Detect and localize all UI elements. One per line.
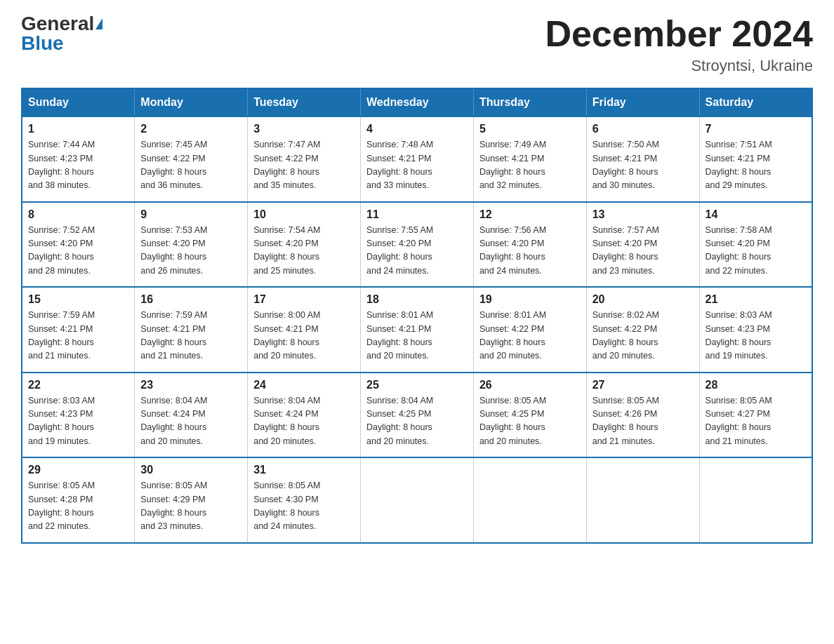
day-info: Sunrise: 8:05 AM Sunset: 4:30 PM Dayligh… xyxy=(253,479,355,534)
day-number: 25 xyxy=(366,379,468,391)
day-info: Sunrise: 7:59 AM Sunset: 4:21 PM Dayligh… xyxy=(28,309,128,363)
calendar-cell: 5 Sunrise: 7:49 AM Sunset: 4:21 PM Dayli… xyxy=(473,116,586,202)
day-number: 8 xyxy=(28,208,128,221)
day-number: 12 xyxy=(479,208,581,221)
header-thursday: Thursday xyxy=(473,88,586,116)
calendar-cell: 7 Sunrise: 7:51 AM Sunset: 4:21 PM Dayli… xyxy=(699,116,812,202)
day-number: 29 xyxy=(28,464,128,476)
day-info: Sunrise: 7:51 AM Sunset: 4:21 PM Dayligh… xyxy=(706,138,806,193)
day-number: 17 xyxy=(253,293,355,306)
day-number: 7 xyxy=(706,123,806,135)
logo-blue-text: Blue xyxy=(21,34,64,53)
week-row-4: 22 Sunrise: 8:03 AM Sunset: 4:23 PM Dayl… xyxy=(22,373,812,458)
day-info: Sunrise: 8:03 AM Sunset: 4:23 PM Dayligh… xyxy=(706,309,806,363)
calendar-cell: 25 Sunrise: 8:04 AM Sunset: 4:25 PM Dayl… xyxy=(361,373,474,458)
day-number: 11 xyxy=(366,208,468,221)
day-info: Sunrise: 8:05 AM Sunset: 4:27 PM Dayligh… xyxy=(706,394,806,449)
day-info: Sunrise: 8:05 AM Sunset: 4:28 PM Dayligh… xyxy=(28,479,128,534)
day-number: 21 xyxy=(706,293,806,306)
calendar-cell: 3 Sunrise: 7:47 AM Sunset: 4:22 PM Dayli… xyxy=(248,116,361,202)
day-number: 13 xyxy=(593,208,694,221)
logo-general-text: General xyxy=(21,14,94,34)
day-number: 20 xyxy=(593,293,694,306)
day-number: 31 xyxy=(253,464,355,476)
day-number: 23 xyxy=(140,379,241,391)
calendar-subtitle: Stroyntsi, Ukraine xyxy=(545,57,813,75)
calendar-cell: 10 Sunrise: 7:54 AM Sunset: 4:20 PM Dayl… xyxy=(248,202,361,288)
calendar-cell: 2 Sunrise: 7:45 AM Sunset: 4:22 PM Dayli… xyxy=(135,116,248,202)
day-info: Sunrise: 8:05 AM Sunset: 4:25 PM Dayligh… xyxy=(479,394,581,449)
day-info: Sunrise: 7:57 AM Sunset: 4:20 PM Dayligh… xyxy=(593,224,694,279)
day-number: 30 xyxy=(140,464,241,476)
logo: General Blue xyxy=(21,14,102,53)
day-info: Sunrise: 7:47 AM Sunset: 4:22 PM Dayligh… xyxy=(253,138,355,193)
header-monday: Monday xyxy=(135,88,248,116)
day-number: 4 xyxy=(366,123,468,135)
calendar-cell: 24 Sunrise: 8:04 AM Sunset: 4:24 PM Dayl… xyxy=(248,373,361,458)
day-info: Sunrise: 7:53 AM Sunset: 4:20 PM Dayligh… xyxy=(140,224,241,279)
header-row: SundayMondayTuesdayWednesdayThursdayFrid… xyxy=(22,88,812,116)
day-number: 26 xyxy=(479,379,581,391)
header-tuesday: Tuesday xyxy=(248,88,361,116)
day-number: 19 xyxy=(479,293,581,306)
day-info: Sunrise: 7:58 AM Sunset: 4:20 PM Dayligh… xyxy=(706,224,806,279)
day-info: Sunrise: 8:02 AM Sunset: 4:22 PM Dayligh… xyxy=(593,309,694,363)
calendar-cell: 4 Sunrise: 7:48 AM Sunset: 4:21 PM Dayli… xyxy=(361,116,474,202)
day-info: Sunrise: 7:49 AM Sunset: 4:21 PM Dayligh… xyxy=(479,138,581,193)
calendar-cell: 6 Sunrise: 7:50 AM Sunset: 4:21 PM Dayli… xyxy=(586,116,699,202)
calendar-cell: 13 Sunrise: 7:57 AM Sunset: 4:20 PM Dayl… xyxy=(586,202,699,288)
calendar-cell: 21 Sunrise: 8:03 AM Sunset: 4:23 PM Dayl… xyxy=(699,287,812,373)
day-info: Sunrise: 8:00 AM Sunset: 4:21 PM Dayligh… xyxy=(253,309,355,363)
day-number: 22 xyxy=(28,379,128,391)
calendar-cell: 19 Sunrise: 8:01 AM Sunset: 4:22 PM Dayl… xyxy=(473,287,586,373)
week-row-1: 1 Sunrise: 7:44 AM Sunset: 4:23 PM Dayli… xyxy=(22,116,812,202)
week-row-5: 29 Sunrise: 8:05 AM Sunset: 4:28 PM Dayl… xyxy=(22,457,812,543)
day-info: Sunrise: 7:59 AM Sunset: 4:21 PM Dayligh… xyxy=(140,309,241,363)
day-number: 1 xyxy=(28,123,128,135)
day-info: Sunrise: 8:01 AM Sunset: 4:22 PM Dayligh… xyxy=(479,309,581,363)
calendar-cell: 15 Sunrise: 7:59 AM Sunset: 4:21 PM Dayl… xyxy=(22,287,135,373)
week-row-2: 8 Sunrise: 7:52 AM Sunset: 4:20 PM Dayli… xyxy=(22,202,812,288)
day-info: Sunrise: 7:52 AM Sunset: 4:20 PM Dayligh… xyxy=(28,224,128,279)
calendar-cell: 18 Sunrise: 8:01 AM Sunset: 4:21 PM Dayl… xyxy=(361,287,474,373)
header-sunday: Sunday xyxy=(22,88,135,116)
day-number: 15 xyxy=(28,293,128,306)
calendar-cell: 29 Sunrise: 8:05 AM Sunset: 4:28 PM Dayl… xyxy=(22,457,135,543)
calendar-cell: 26 Sunrise: 8:05 AM Sunset: 4:25 PM Dayl… xyxy=(473,373,586,458)
calendar-table: SundayMondayTuesdayWednesdayThursdayFrid… xyxy=(21,88,813,544)
calendar-cell xyxy=(361,457,474,543)
header-friday: Friday xyxy=(586,88,699,116)
day-info: Sunrise: 7:54 AM Sunset: 4:20 PM Dayligh… xyxy=(253,224,355,279)
calendar-cell: 1 Sunrise: 7:44 AM Sunset: 4:23 PM Dayli… xyxy=(22,116,135,202)
day-number: 5 xyxy=(479,123,581,135)
day-info: Sunrise: 8:04 AM Sunset: 4:24 PM Dayligh… xyxy=(140,394,241,449)
calendar-cell: 20 Sunrise: 8:02 AM Sunset: 4:22 PM Dayl… xyxy=(586,287,699,373)
day-number: 24 xyxy=(253,379,355,391)
day-info: Sunrise: 8:05 AM Sunset: 4:26 PM Dayligh… xyxy=(593,394,694,449)
day-number: 2 xyxy=(140,123,241,135)
day-info: Sunrise: 8:04 AM Sunset: 4:24 PM Dayligh… xyxy=(253,394,355,449)
day-info: Sunrise: 7:56 AM Sunset: 4:20 PM Dayligh… xyxy=(479,224,581,279)
calendar-cell: 31 Sunrise: 8:05 AM Sunset: 4:30 PM Dayl… xyxy=(248,457,361,543)
logo-triangle-icon xyxy=(95,18,102,29)
calendar-cell: 14 Sunrise: 7:58 AM Sunset: 4:20 PM Dayl… xyxy=(699,202,812,288)
calendar-cell: 22 Sunrise: 8:03 AM Sunset: 4:23 PM Dayl… xyxy=(22,373,135,458)
day-info: Sunrise: 7:50 AM Sunset: 4:21 PM Dayligh… xyxy=(593,138,694,193)
calendar-cell: 8 Sunrise: 7:52 AM Sunset: 4:20 PM Dayli… xyxy=(22,202,135,288)
day-number: 18 xyxy=(366,293,468,306)
calendar-cell: 12 Sunrise: 7:56 AM Sunset: 4:20 PM Dayl… xyxy=(473,202,586,288)
week-row-3: 15 Sunrise: 7:59 AM Sunset: 4:21 PM Dayl… xyxy=(22,287,812,373)
day-number: 27 xyxy=(593,379,694,391)
day-info: Sunrise: 7:48 AM Sunset: 4:21 PM Dayligh… xyxy=(366,138,468,193)
calendar-title: December 2024 xyxy=(545,14,813,54)
calendar-cell xyxy=(586,457,699,543)
day-number: 16 xyxy=(140,293,241,306)
day-number: 28 xyxy=(706,379,806,391)
calendar-cell: 30 Sunrise: 8:05 AM Sunset: 4:29 PM Dayl… xyxy=(135,457,248,543)
calendar-header: SundayMondayTuesdayWednesdayThursdayFrid… xyxy=(22,88,812,116)
calendar-cell: 28 Sunrise: 8:05 AM Sunset: 4:27 PM Dayl… xyxy=(699,373,812,458)
calendar-cell xyxy=(699,457,812,543)
calendar-cell: 11 Sunrise: 7:55 AM Sunset: 4:20 PM Dayl… xyxy=(361,202,474,288)
calendar-cell xyxy=(473,457,586,543)
day-info: Sunrise: 8:05 AM Sunset: 4:29 PM Dayligh… xyxy=(140,479,241,534)
